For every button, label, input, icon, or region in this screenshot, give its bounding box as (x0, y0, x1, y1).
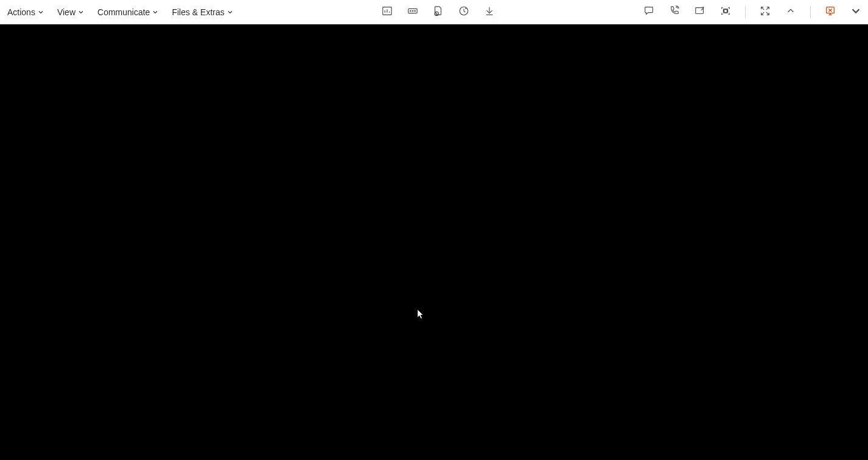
toolbar-divider (745, 6, 746, 18)
toolbar-divider (810, 6, 811, 18)
chat-button[interactable] (643, 6, 655, 18)
reboot-button[interactable] (458, 6, 470, 18)
annotate-button[interactable] (694, 6, 706, 18)
toolbar-right-icons (643, 6, 862, 18)
menu-view[interactable]: View (56, 5, 85, 19)
chevron-up-icon (785, 5, 796, 19)
download-button[interactable] (483, 6, 495, 18)
menu-actions[interactable]: Actions (6, 5, 45, 19)
dashboard-button[interactable] (381, 6, 393, 18)
chevron-down-icon (152, 9, 158, 15)
annotate-icon (695, 5, 705, 19)
toolbar-center-icons (381, 6, 495, 18)
fullscreen-button[interactable] (759, 6, 771, 18)
chevron-down-icon (38, 9, 44, 15)
toolbar-menus: Actions View Communicate (6, 5, 234, 19)
toolbar: Actions View Communicate (0, 0, 868, 24)
power-restart-icon (458, 5, 469, 19)
call-button[interactable] (668, 6, 681, 18)
svg-point-7 (415, 10, 415, 11)
minimize-toolbar-button[interactable] (785, 6, 797, 18)
fullscreen-icon (760, 5, 771, 19)
menu-files-extras[interactable]: Files & Extras (170, 5, 234, 19)
remote-screen-viewport[interactable] (0, 24, 868, 460)
menu-communicate[interactable]: Communicate (96, 5, 159, 19)
chevron-down-icon (227, 9, 233, 15)
chevron-down-icon (850, 5, 861, 19)
close-session-button[interactable] (824, 6, 836, 18)
download-icon (484, 5, 495, 19)
chevron-down-icon (78, 9, 84, 15)
menu-actions-label: Actions (7, 7, 35, 17)
chat-icon (643, 5, 654, 19)
remote-input-button[interactable] (407, 6, 419, 18)
svg-point-14 (724, 9, 727, 12)
screenshot-button[interactable] (719, 6, 732, 18)
file-transfer-button[interactable] (432, 6, 444, 18)
menu-communicate-label: Communicate (97, 7, 150, 17)
camera-capture-icon (720, 5, 731, 19)
menu-files-extras-label: Files & Extras (172, 7, 224, 17)
svg-rect-13 (696, 7, 704, 13)
menu-view-label: View (57, 7, 75, 17)
file-restricted-icon (433, 5, 444, 19)
close-monitor-icon (825, 5, 836, 19)
close-options-button[interactable] (850, 6, 862, 18)
phone-icon (669, 5, 680, 19)
svg-point-6 (413, 10, 413, 11)
svg-point-5 (410, 10, 411, 11)
cursor-icon (418, 310, 425, 322)
keyboard-icon (407, 5, 418, 19)
bar-chart-icon (382, 5, 393, 19)
